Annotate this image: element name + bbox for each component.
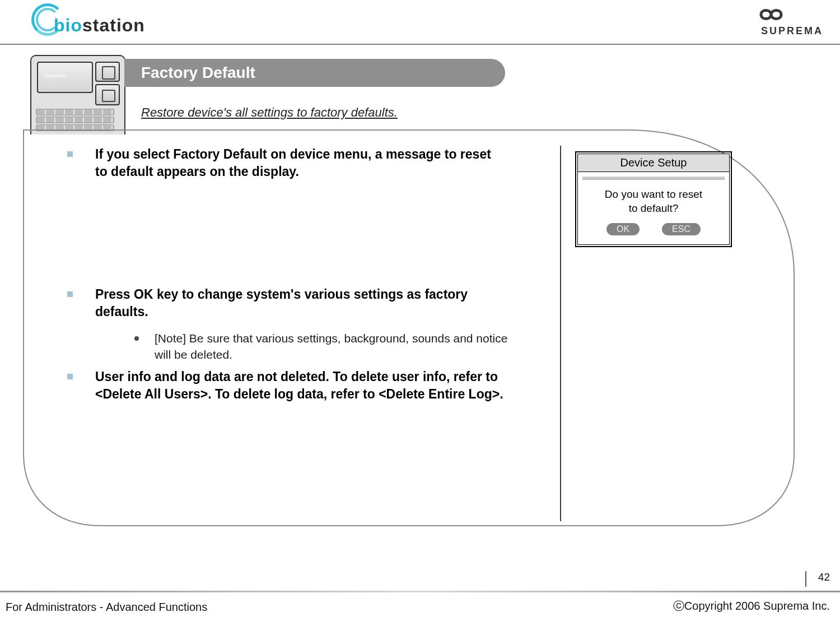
header-divider bbox=[0, 44, 840, 45]
footer-copyright: ⓒCopyright 2006 Suprema Inc. bbox=[673, 599, 830, 614]
ok-button[interactable]: OK bbox=[606, 223, 640, 235]
device-keypad-icon bbox=[36, 108, 114, 131]
bullet-2-text: Press OK key to change system's various … bbox=[95, 286, 504, 321]
bullet-1: If you select Factory Default on device … bbox=[56, 146, 560, 180]
popup-msg-line2: to default? bbox=[629, 202, 679, 214]
bullet-2-sub: [Note] Be sure that various settings, ba… bbox=[134, 331, 560, 363]
logo-text-station: station bbox=[82, 15, 145, 35]
content-area: If you select Factory Default on device … bbox=[56, 146, 560, 413]
square-bullet-icon bbox=[67, 151, 73, 157]
suprema-logo: SUPREMA bbox=[717, 7, 823, 37]
dot-bullet-icon bbox=[134, 336, 139, 341]
bullet-2-sub-text: [Note] Be sure that various settings, ba… bbox=[155, 331, 513, 363]
header: biostation SUPREMA bbox=[0, 0, 840, 44]
popup-title: Device Setup bbox=[577, 154, 730, 172]
bullet-3-text: User info and log data are not deleted. … bbox=[95, 368, 504, 403]
device-screen-label: biostation bbox=[45, 73, 67, 78]
suprema-wordmark: SUPREMA bbox=[761, 25, 823, 37]
popup-msg-line1: Do you want to reset bbox=[605, 188, 702, 200]
bullet-1-text: If you select Factory Default on device … bbox=[95, 146, 504, 180]
device-popup: Device Setup Do you want to reset to def… bbox=[572, 151, 735, 247]
footer-left-text: For Administrators - Advanced Functions bbox=[6, 601, 207, 614]
square-bullet-icon bbox=[67, 291, 73, 297]
page-title: Factory Default bbox=[141, 64, 255, 82]
square-bullet-icon bbox=[67, 374, 73, 379]
device-reader-icon bbox=[95, 84, 120, 105]
popup-buttons: OK ESC bbox=[578, 223, 729, 235]
biostation-logo: biostation bbox=[31, 3, 166, 37]
page-number: 42 bbox=[818, 571, 830, 583]
footer-divider bbox=[0, 591, 840, 592]
biostation-wordmark: biostation bbox=[54, 15, 145, 36]
page: biostation SUPREMA biostation Factory De… bbox=[0, 0, 840, 626]
logo-text-bio: bio bbox=[54, 15, 82, 35]
popup-frame: Device Setup Do you want to reset to def… bbox=[575, 151, 732, 247]
bullet-2: Press OK key to change system's various … bbox=[56, 286, 560, 321]
popup-message: Do you want to reset to default? bbox=[578, 188, 729, 215]
device-sensor-icon bbox=[95, 62, 120, 82]
popup-body: Do you want to reset to default? OK ESC bbox=[577, 172, 730, 245]
esc-button[interactable]: ESC bbox=[662, 223, 701, 235]
device-photo: biostation bbox=[30, 55, 125, 135]
bullet-3: User info and log data are not deleted. … bbox=[56, 368, 560, 403]
page-number-divider bbox=[805, 571, 806, 587]
page-subtitle: Restore device's all settings to factory… bbox=[141, 105, 398, 120]
infinity-icon bbox=[753, 7, 790, 22]
title-banner: Factory Default bbox=[124, 59, 505, 87]
vertical-divider bbox=[560, 146, 561, 521]
